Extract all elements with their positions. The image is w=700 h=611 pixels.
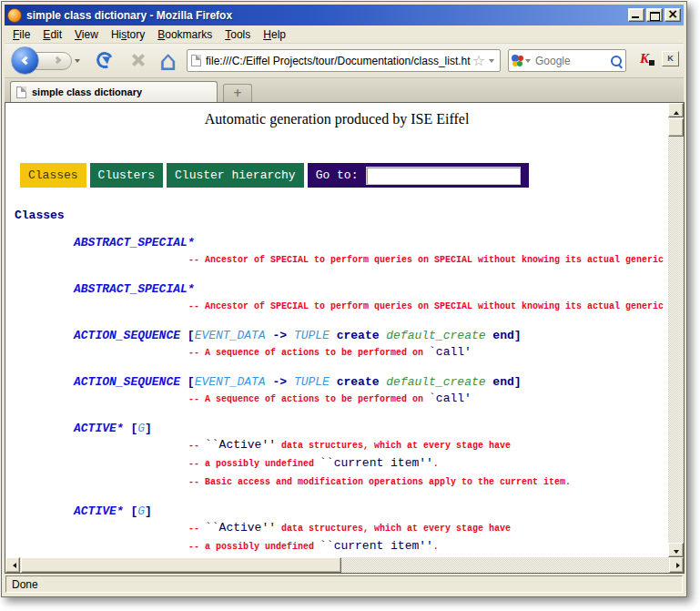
signature-text: G (137, 504, 145, 518)
comment-text: ``Active'' (205, 438, 276, 452)
reload-button[interactable] (96, 51, 114, 69)
class-link[interactable]: ABSTRACT_SPECIAL* (74, 282, 195, 296)
history-dropdown-icon[interactable] (75, 59, 80, 66)
stop-button[interactable] (130, 52, 147, 68)
browser-window: simple class dictionary - Mozilla Firefo… (1, 1, 687, 597)
class-entry: ACTIVE* [G]-- ``Active'' data structures… (74, 421, 668, 491)
comment-text: `call' (429, 392, 472, 405)
comment-text: -- A sequence of actions to be performed… (188, 348, 429, 358)
signature-text: end] (486, 329, 522, 342)
horizontal-scrollbar[interactable] (5, 557, 684, 573)
class-name-line: ACTION_SEQUENCE [EVENT_DATA -> TUPLE cre… (74, 374, 668, 390)
comment-text: -- a possibly undefined (188, 459, 320, 469)
signature-text: [ (180, 329, 195, 342)
search-bar[interactable] (508, 49, 626, 72)
page-icon (191, 55, 201, 66)
comment-text: ``current item'' (320, 456, 433, 470)
comment-text: -- A sequence of actions to be performed… (188, 394, 429, 404)
address-bar[interactable]: ☆ (187, 49, 501, 72)
menu-file[interactable]: File (6, 26, 36, 43)
home-button[interactable]: ⌂ (159, 45, 177, 77)
comment-text: data structures, which at every stage ha… (276, 441, 511, 451)
menu-history[interactable]: History (105, 26, 151, 43)
horizontal-scroll-thumb[interactable] (21, 557, 341, 573)
search-engine-dropdown-icon[interactable] (525, 59, 531, 66)
goto-input[interactable] (366, 167, 521, 185)
signature-text: default_create (386, 375, 485, 389)
class-name-line: ABSTRACT_SPECIAL* (74, 281, 668, 297)
back-button[interactable] (11, 46, 39, 75)
class-link[interactable]: ABSTRACT_SPECIAL* (74, 236, 195, 249)
vertical-scrollbar[interactable] (668, 103, 684, 557)
scroll-left-button[interactable] (5, 557, 20, 573)
goto-box: Go to: (308, 163, 530, 188)
signature-text: G (137, 422, 145, 435)
vertical-scroll-thumb[interactable] (668, 118, 684, 137)
maximize-button[interactable] (646, 8, 663, 22)
tab-bar: simple class dictionary + (5, 78, 684, 102)
signature-text: [ (124, 422, 138, 435)
tab-simple-class-dictionary[interactable]: simple class dictionary (10, 81, 218, 102)
cluster-hierarchy-button[interactable]: Cluster hierarchy (167, 163, 304, 188)
address-input[interactable] (206, 55, 471, 67)
signature-text: [ (180, 375, 195, 389)
signature-text: end] (486, 375, 522, 389)
class-comment-line: -- Ancestor of SPECIAL to perform querie… (188, 250, 668, 269)
kaspersky-icon[interactable] (640, 51, 654, 66)
menu-view[interactable]: View (68, 26, 105, 43)
menu-bookmarks[interactable]: Bookmarks (151, 26, 218, 43)
page-nav-button-row: ClassesClustersCluster hierarchyGo to: (20, 163, 668, 188)
scroll-up-button[interactable] (668, 103, 684, 117)
comment-text: . (433, 459, 439, 469)
class-list: ABSTRACT_SPECIAL*-- Ancestor of SPECIAL … (5, 235, 668, 557)
class-link[interactable]: ACTION_SEQUENCE (74, 329, 180, 342)
class-entry: ABSTRACT_SPECIAL*-- Ancestor of SPECIAL … (74, 235, 668, 269)
class-comment-line: -- a possibly undefined ``current item''… (188, 454, 668, 473)
google-icon (512, 55, 523, 66)
class-link[interactable]: ACTIVE* (74, 504, 124, 518)
class-comment-line: -- Basic access and modification operati… (188, 473, 668, 491)
comment-text: . (433, 542, 439, 552)
classes-button[interactable]: Classes (20, 163, 86, 188)
menu-edit[interactable]: Edit (36, 26, 68, 43)
close-button[interactable] (664, 8, 681, 22)
class-link[interactable]: ACTIVE* (74, 422, 124, 435)
menu-tools[interactable]: Tools (218, 26, 257, 43)
status-bar: Done (5, 574, 684, 594)
minimize-button[interactable] (628, 8, 644, 22)
class-comment-line: -- Ancestor of SPECIAL to perform querie… (188, 297, 668, 315)
bookmark-star-icon[interactable]: ☆ (472, 54, 485, 68)
class-name-line: ACTIVE* [G] (74, 504, 668, 519)
class-name-line: ACTION_SEQUENCE [EVENT_DATA -> TUPLE cre… (74, 328, 668, 343)
class-entry: ACTIVE* [G]-- ``Active'' data structures… (74, 504, 668, 557)
clusters-button[interactable]: Clusters (90, 163, 163, 188)
class-comment-line: -- ``Active'' data structures, which at … (188, 519, 668, 537)
status-text: Done (5, 575, 683, 593)
browser-viewport: Automatic generation produced by ISE Eif… (5, 102, 685, 574)
new-tab-button[interactable]: + (223, 84, 252, 102)
signature-text: -> (266, 329, 294, 342)
title-bar: simple class dictionary - Mozilla Firefo… (5, 5, 684, 25)
class-name-line: ABSTRACT_SPECIAL* (74, 235, 668, 250)
scroll-down-button[interactable] (668, 543, 684, 557)
class-entry: ABSTRACT_SPECIAL*-- Ancestor of SPECIAL … (74, 281, 668, 315)
class-entry: ACTION_SEQUENCE [EVENT_DATA -> TUPLE cre… (74, 374, 668, 408)
signature-text: TUPLE (294, 375, 330, 389)
menu-help[interactable]: Help (257, 26, 292, 43)
class-comment-line: -- a possibly undefined ``current item''… (188, 537, 668, 555)
menu-bar: FileEditViewHistoryBookmarksToolsHelp (5, 25, 684, 44)
class-link[interactable]: ACTION_SEQUENCE (74, 375, 180, 389)
search-icon[interactable] (610, 55, 623, 67)
comment-text: -- (188, 524, 205, 534)
k-addon-button[interactable]: K (662, 51, 679, 66)
comment-text: -- Ancestor of SPECIAL to perform querie… (188, 255, 668, 265)
comment-text: `call' (429, 345, 472, 359)
search-input[interactable] (535, 55, 610, 67)
address-dropdown-icon[interactable] (489, 59, 494, 66)
comment-text: -- Ancestor of SPECIAL to perform querie… (188, 301, 668, 311)
window-title: simple class dictionary - Mozilla Firefo… (26, 9, 628, 22)
page-content: Automatic generation produced by ISE Eif… (5, 103, 668, 557)
comment-text: -- Basic access and modification operati… (188, 477, 571, 487)
scroll-right-button[interactable] (669, 557, 684, 573)
goto-label: Go to: (316, 168, 359, 182)
